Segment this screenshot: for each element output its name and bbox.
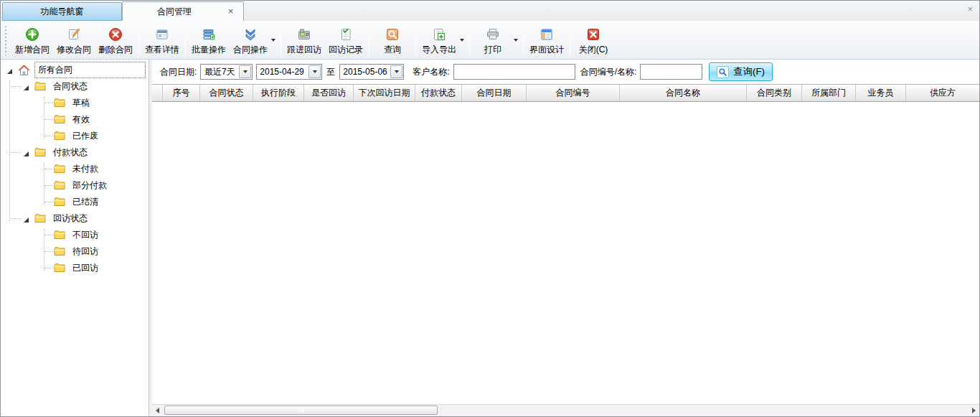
expand-arrow-icon[interactable] — [23, 215, 29, 222]
chevron-down-icon — [395, 70, 399, 73]
add-contract-icon — [24, 27, 40, 42]
column-header-payment-status[interactable]: 付款状态 — [415, 85, 462, 101]
date-preset-value: 最近7天 — [201, 65, 238, 79]
column-header-seq[interactable]: 序号 — [163, 85, 200, 101]
edit-contract-label: 修改合同 — [57, 45, 91, 54]
column-header-exec-stage[interactable]: 执行阶段 — [253, 85, 304, 101]
tree-item-no-visit[interactable]: 不回访 — [1, 227, 149, 243]
column-header-contract-number[interactable]: 合同编号 — [527, 85, 620, 101]
close-button[interactable]: 关闭(C) — [573, 23, 614, 57]
home-icon — [18, 65, 30, 76]
batch-operation-button[interactable]: 批量操作 — [188, 23, 230, 57]
column-header-contract-type[interactable]: 合同类别 — [747, 85, 802, 101]
column-header-supplier[interactable]: 供应方 — [906, 85, 979, 101]
query-label: 查询 — [384, 45, 401, 54]
toolbar-separator — [281, 24, 281, 56]
query-button[interactable]: 查询 — [372, 23, 413, 57]
tab-contract-management[interactable]: 合同管理 × — [122, 1, 244, 21]
tab-function-nav[interactable]: 功能导航窗 — [2, 2, 122, 21]
thumb-grip — [301, 408, 301, 413]
dropdown-button[interactable] — [308, 65, 321, 78]
view-detail-label: 查看详情 — [145, 45, 179, 54]
tree-item-draft[interactable]: 草稿 — [1, 95, 149, 111]
horizontal-scrollbar[interactable] — [152, 404, 979, 416]
date-preset-select[interactable]: 最近7天 — [200, 64, 253, 80]
chevron-down-icon — [243, 70, 248, 73]
customer-name-input[interactable] — [453, 64, 575, 80]
scroll-right-arrow-icon[interactable] — [972, 408, 976, 413]
tree-item-all-contracts[interactable]: 所有合同 — [1, 62, 149, 78]
tree-item-payment-status[interactable]: 付款状态 — [1, 144, 149, 161]
thumb-grip — [303, 408, 303, 413]
view-detail-button[interactable]: 查看详情 — [141, 23, 183, 57]
filter-bar: 合同日期: 最近7天 2015-04-29 至 2015-05-06 客户名称: — [152, 60, 979, 84]
tree-item-visit-status[interactable]: 回访状态 — [1, 210, 149, 227]
column-header-contract-date[interactable]: 合同日期 — [462, 85, 527, 101]
folder-icon — [54, 181, 65, 190]
import-export-dropdown[interactable] — [458, 23, 466, 57]
tree-item-contract-status[interactable]: 合同状态 — [1, 78, 149, 95]
contract-number-input[interactable] — [640, 64, 702, 80]
scrollbar-thumb[interactable] — [164, 406, 438, 415]
column-header-salesperson[interactable]: 业务员 — [856, 85, 906, 101]
expand-arrow-icon[interactable] — [23, 83, 29, 90]
delete-contract-label: 删除合同 — [98, 45, 133, 54]
expand-arrow-icon[interactable] — [23, 149, 29, 156]
edit-contract-button[interactable]: 修改合同 — [53, 23, 95, 57]
scroll-left-arrow-icon[interactable] — [156, 408, 159, 413]
column-header-visit-flag[interactable]: 是否回访 — [304, 85, 354, 101]
import-export-button[interactable]: 导入导出 — [418, 23, 460, 57]
expand-arrow-icon[interactable] — [6, 67, 13, 73]
tree-item-valid[interactable]: 有效 — [1, 111, 149, 128]
toolbar-separator — [523, 24, 524, 56]
tree-item-voided[interactable]: 已作废 — [1, 128, 149, 144]
main-area: 所有合同 合同状态 草稿 — [1, 60, 979, 416]
toolbar-grip[interactable] — [4, 25, 8, 55]
folder-icon — [54, 131, 65, 141]
tree-item-visited[interactable]: 已回访 — [1, 260, 149, 276]
delete-contract-icon — [108, 27, 123, 42]
folder-icon — [54, 98, 65, 108]
date-from-value: 2015-04-29 — [257, 65, 308, 79]
contract-operation-dropdown[interactable] — [269, 23, 278, 57]
tree-item-no-visit-label: 不回访 — [70, 228, 101, 243]
tree-item-pending-visit[interactable]: 待回访 — [1, 243, 149, 260]
print-icon — [485, 27, 501, 42]
folder-icon — [54, 230, 65, 240]
chevron-down-icon — [313, 70, 317, 73]
column-header-department[interactable]: 所属部门 — [802, 85, 856, 101]
date-from-picker[interactable]: 2015-04-29 — [256, 64, 322, 80]
tree-item-partial-payment[interactable]: 部分付款 — [1, 177, 149, 194]
visit-record-button[interactable]: 回访记录 — [325, 23, 367, 57]
tree-item-unpaid[interactable]: 未付款 — [1, 161, 149, 177]
window-close-icon[interactable]: × — [967, 4, 973, 14]
query-icon — [385, 27, 400, 42]
print-button[interactable]: 打印 — [472, 23, 514, 57]
followup-visit-button[interactable]: 跟进回访 — [283, 23, 325, 57]
delete-contract-button[interactable]: 删除合同 — [95, 23, 136, 57]
column-header-contract-name[interactable]: 合同名称 — [620, 85, 747, 101]
sidebar-tree: 所有合同 合同状态 草稿 — [1, 60, 149, 416]
search-button[interactable]: 查询(F) — [709, 62, 773, 81]
tab-contract-management-label: 合同管理 — [157, 6, 192, 18]
contract-operation-button[interactable]: 合同操作 — [230, 23, 271, 57]
print-dropdown[interactable] — [512, 23, 520, 57]
add-contract-button[interactable]: 新增合同 — [11, 23, 53, 57]
tab-strip: 功能导航窗 合同管理 × × — [1, 1, 979, 21]
grid-header: 序号 合同状态 执行阶段 是否回访 下次回访日期 付款状态 合同日期 合同编号 … — [152, 84, 979, 102]
column-header-contract-status[interactable]: 合同状态 — [200, 85, 253, 101]
date-to-picker[interactable]: 2015-05-06 — [339, 64, 404, 80]
column-header-next-visit-date[interactable]: 下次回访日期 — [354, 85, 415, 101]
ui-design-button[interactable]: 界面设计 — [526, 23, 567, 57]
tree-item-settled[interactable]: 已结清 — [1, 194, 149, 210]
edit-contract-icon — [66, 27, 82, 42]
tab-close-icon[interactable]: × — [226, 6, 235, 16]
chevron-down-icon — [460, 39, 464, 42]
dropdown-button[interactable] — [239, 65, 251, 78]
dropdown-button[interactable] — [390, 65, 402, 78]
print-label: 打印 — [484, 45, 501, 54]
ui-design-label: 界面设计 — [529, 45, 564, 54]
contract-tree: 所有合同 合同状态 草稿 — [1, 62, 149, 276]
folder-icon — [54, 263, 65, 273]
tree-item-pending-visit-label: 待回访 — [70, 244, 101, 259]
